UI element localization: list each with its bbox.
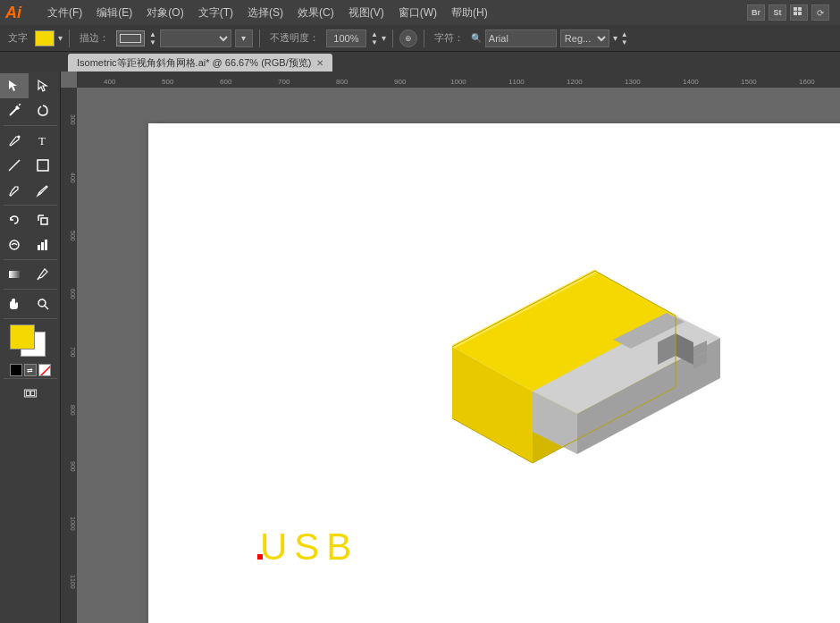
hand-btn[interactable] (0, 291, 29, 316)
svg-line-6 (10, 108, 17, 115)
sep-6 (4, 378, 57, 379)
fill-color-box[interactable] (35, 30, 55, 46)
menu-effect[interactable]: 效果(C) (291, 4, 340, 22)
font-size-select[interactable]: Reg... (560, 29, 609, 47)
separator-3 (392, 29, 393, 47)
eyedropper-btn[interactable] (29, 262, 57, 287)
bridge-icon[interactable]: Br (747, 4, 765, 21)
tool-row-8 (0, 262, 60, 287)
zoom-btn[interactable] (29, 291, 57, 316)
canvas[interactable]: USB (77, 88, 840, 623)
default-colors-btn[interactable] (10, 364, 22, 376)
svg-rect-12 (38, 160, 48, 171)
ruler-h-1100: 1100 (508, 78, 525, 86)
direct-select-tool-btn[interactable] (29, 73, 57, 98)
svg-line-13 (39, 192, 41, 194)
menu-select[interactable]: 选择(S) (241, 4, 290, 22)
style-btn[interactable]: ⊕ (399, 29, 417, 47)
sep-3 (4, 259, 57, 260)
menu-window[interactable]: 窗口(W) (392, 4, 443, 22)
left-toolbar: T (0, 72, 61, 623)
menu-text[interactable]: 文字(T) (192, 4, 239, 22)
separator-2 (259, 29, 260, 47)
rect-btn[interactable] (29, 153, 57, 178)
menu-object[interactable]: 对象(O) (140, 4, 189, 22)
artboard: USB (148, 123, 840, 623)
svg-rect-14 (41, 218, 47, 224)
opacity-stepper[interactable]: ▲ ▼ (371, 30, 378, 46)
font-options-stepper[interactable]: ▲ ▼ (621, 30, 628, 46)
stroke-box[interactable] (116, 30, 145, 46)
screen-mode-btn[interactable] (9, 381, 52, 406)
stroke-type-select[interactable] (160, 29, 231, 47)
menu-view[interactable]: 视图(V) (342, 4, 391, 22)
tool-row-5 (0, 178, 60, 203)
toolbar: 文字 ▾ 描边： ▲ ▼ ▾ 不透明度： ▲ ▼ ▾ ⊕ 字符： 🔍 Reg..… (0, 25, 840, 52)
ruler-h-1400: 1400 (683, 78, 699, 86)
graph-btn[interactable] (29, 232, 57, 257)
app-logo: Ai (5, 4, 32, 22)
tool-row-2 (0, 98, 60, 123)
svg-point-9 (18, 136, 21, 139)
foreground-swatch[interactable] (10, 324, 35, 349)
menu-edit[interactable]: 编辑(E) (90, 4, 139, 22)
main-area: T (0, 72, 840, 623)
sep-1 (4, 125, 57, 126)
warp-btn[interactable] (0, 232, 29, 257)
ruler-v-900: 900 (70, 461, 76, 472)
stroke-inner (120, 34, 141, 43)
svg-line-22 (45, 306, 48, 309)
ruler-v-600: 600 (70, 289, 76, 299)
ruler-v-700: 700 (70, 347, 76, 358)
pencil-btn[interactable] (29, 178, 57, 203)
stroke-options-btn[interactable]: ▾ (235, 29, 253, 47)
svg-rect-0 (794, 7, 797, 11)
canvas-wrapper: 400 500 600 700 800 900 1000 1100 1200 1… (61, 72, 840, 623)
ruler-h-600: 600 (220, 78, 231, 86)
usb-text-label: USB (260, 526, 358, 568)
ruler-h-1600: 1600 (799, 78, 815, 86)
fill-label: 文字 (4, 31, 31, 45)
lasso-btn[interactable] (29, 98, 57, 123)
menu-bar: Ai 文件(F) 编辑(E) 对象(O) 文字(T) 选择(S) 效果(C) 视… (0, 0, 840, 25)
menu-help[interactable]: 帮助(H) (445, 4, 494, 22)
font-input[interactable] (485, 29, 557, 47)
brush-btn[interactable] (0, 178, 29, 203)
none-swatch[interactable] (38, 364, 51, 376)
ruler-h-900: 900 (394, 78, 406, 86)
svg-text:T: T (38, 134, 46, 147)
ruler-v-800: 800 (70, 405, 76, 416)
tool-row-10 (0, 381, 60, 406)
sep-4 (4, 289, 57, 290)
char-label: 字符： (431, 31, 467, 45)
swap-colors-btn[interactable]: ⇄ (24, 364, 37, 376)
gradient-btn[interactable] (0, 262, 29, 287)
stock-icon[interactable]: St (769, 4, 786, 21)
line-btn[interactable] (0, 153, 29, 178)
document-tab[interactable]: Isometric等距视角斜角网格.ai* @ 66.67% (RGB/预览) … (68, 54, 332, 72)
swatch-mini-row: ⇄ (10, 364, 51, 376)
rotate-btn[interactable] (0, 207, 29, 232)
sync-icon[interactable]: ⟳ (811, 4, 829, 21)
ruler-h-1300: 1300 (625, 78, 641, 86)
tab-filename: Isometric等距视角斜角网格.ai* @ 66.67% (RGB/预览) (77, 56, 311, 70)
magic-wand-btn[interactable] (0, 98, 29, 123)
stroke-label: 描边： (76, 31, 113, 45)
stroke-stepper[interactable]: ▲ ▼ (149, 30, 156, 46)
svg-rect-2 (794, 12, 797, 15)
pen-btn[interactable] (0, 128, 29, 153)
scale-btn[interactable] (29, 207, 57, 232)
svg-rect-19 (9, 271, 20, 278)
menu-file[interactable]: 文件(F) (41, 4, 88, 22)
ruler-v-400: 400 (70, 173, 76, 183)
svg-rect-3 (798, 12, 802, 15)
select-tool-btn[interactable] (0, 73, 29, 98)
tab-close-btn[interactable]: ✕ (316, 58, 323, 68)
opacity-input[interactable] (326, 29, 366, 47)
font-arrow[interactable]: ▾ (613, 33, 617, 43)
opacity-arrow[interactable]: ▾ (382, 33, 386, 43)
apps-icon[interactable] (790, 4, 808, 21)
type-btn[interactable]: T (29, 128, 57, 153)
svg-line-11 (9, 160, 20, 171)
fill-arrow-icon[interactable]: ▾ (58, 33, 63, 43)
